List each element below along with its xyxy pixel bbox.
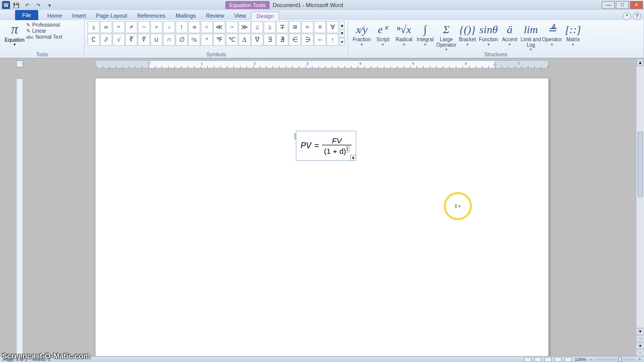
equation-content[interactable]: PV = FV (1 + d)t <box>296 131 356 160</box>
symbol-scroll-down[interactable]: ▼ <box>340 30 345 38</box>
symbol-button[interactable]: ∆ <box>238 34 251 46</box>
professional-option[interactable]: ✎Professional <box>26 22 62 28</box>
scroll-down-arrow[interactable]: ▼ <box>636 328 644 335</box>
equation-button[interactable]: π Equation ▼ <box>3 21 26 46</box>
symbol-button[interactable]: ≠ <box>125 21 137 33</box>
symbol-button[interactable]: ° <box>201 34 213 46</box>
symbol-button[interactable]: ∈ <box>289 34 301 46</box>
symbol-button[interactable]: % <box>188 34 200 46</box>
structure-function[interactable]: sinθFunction▼ <box>478 21 499 51</box>
next-page-button[interactable]: ◦ <box>636 349 644 356</box>
prev-page-button[interactable]: ◦ <box>636 335 644 342</box>
symbol-button[interactable]: ∛ <box>125 34 137 46</box>
horizontal-ruler[interactable]: ▽ △ 1234567 <box>96 60 548 68</box>
structure-limit-and-log[interactable]: limLimit and Log▼ <box>520 21 541 51</box>
browse-object-button[interactable]: ● <box>636 342 644 349</box>
equation-exponent-placeholder[interactable]: t <box>346 146 350 152</box>
symbol-button[interactable]: < <box>201 21 213 33</box>
structure-matrix[interactable]: [::]Matrix▼ <box>562 21 584 51</box>
symbol-button[interactable]: ∜ <box>138 34 150 46</box>
symbol-button[interactable]: ← <box>314 34 326 46</box>
qat-customize[interactable]: ▾ <box>44 1 54 9</box>
symbol-button[interactable]: ∄ <box>276 34 288 46</box>
symbol-button[interactable]: ± <box>88 21 100 33</box>
ruler-corner[interactable] <box>16 60 23 67</box>
vertical-ruler[interactable] <box>16 78 23 356</box>
web-layout-view[interactable] <box>544 357 551 362</box>
undo-button[interactable]: ↶ <box>22 1 32 9</box>
collapse-ribbon-icon[interactable]: ^ <box>623 12 631 20</box>
symbol-button[interactable]: ∀ <box>327 21 339 33</box>
symbol-button[interactable]: ∩ <box>163 34 175 46</box>
structure-large-operator[interactable]: ΣLarge Operator▼ <box>436 21 457 51</box>
equation-options-dropdown[interactable]: ▼ <box>350 155 356 161</box>
symbol-button[interactable]: ↑ <box>327 34 339 46</box>
print-layout-view[interactable] <box>524 357 531 362</box>
symbol-button[interactable]: ≤ <box>251 21 263 33</box>
symbol-button[interactable]: ∂ <box>100 34 112 46</box>
symbol-button[interactable]: = <box>113 21 125 33</box>
symbol-button[interactable]: ≈ <box>301 21 313 33</box>
symbol-button[interactable]: √ <box>113 34 125 46</box>
minimize-button[interactable]: — <box>602 1 615 9</box>
linear-option[interactable]: ✎Linear <box>26 28 62 34</box>
redo-button[interactable]: ↷ <box>33 1 43 9</box>
tab-references[interactable]: References <box>132 12 171 20</box>
outline-view[interactable] <box>554 357 561 362</box>
zoom-in-button[interactable]: + <box>638 357 641 362</box>
symbol-button[interactable]: ∪ <box>150 34 163 46</box>
symbol-button[interactable]: ≅ <box>289 21 301 33</box>
scroll-thumb[interactable] <box>637 132 643 197</box>
zoom-out-button[interactable]: − <box>589 357 592 362</box>
tab-home[interactable]: Home <box>42 12 67 20</box>
structure-script[interactable]: eˣScript▼ <box>372 21 393 51</box>
equation-container[interactable]: PV = FV (1 + d)t ▼ <box>296 131 356 161</box>
symbol-button[interactable]: ≥ <box>264 21 276 33</box>
symbol-button[interactable]: ! <box>176 21 188 33</box>
structure-operator[interactable]: ≜Operator▼ <box>541 21 562 51</box>
close-button[interactable]: ✕ <box>630 1 643 9</box>
symbol-button[interactable]: ÷ <box>163 21 175 33</box>
tab-file[interactable]: File <box>15 10 38 20</box>
structure-fraction[interactable]: x⁄yFraction▼ <box>351 21 372 51</box>
tab-review[interactable]: Review <box>201 12 229 20</box>
tab-design[interactable]: Design <box>251 12 279 20</box>
symbol-button[interactable]: ℉ <box>213 34 225 46</box>
symbol-button[interactable]: ∋ <box>301 34 313 46</box>
structure-bracket[interactable]: {()}Bracket▼ <box>457 21 478 51</box>
maximize-button[interactable]: □ <box>616 1 629 9</box>
zoom-slider-knob[interactable] <box>618 357 621 362</box>
tab-mailings[interactable]: Mailings <box>171 12 201 20</box>
symbol-button[interactable]: ∇ <box>251 34 263 46</box>
symbol-button[interactable]: ∃ <box>264 34 276 46</box>
symbol-button[interactable]: > <box>226 21 238 33</box>
scroll-up-arrow[interactable]: ▲ <box>636 58 644 66</box>
symbol-scroll-up[interactable]: ▲ <box>340 21 345 29</box>
symbol-button[interactable]: ≪ <box>213 21 225 33</box>
help-icon[interactable]: ? <box>633 12 641 20</box>
symbol-button[interactable]: ∓ <box>276 21 288 33</box>
structure-integral[interactable]: ∫Integral▼ <box>415 21 436 51</box>
structure-radical[interactable]: ⁿ√xRadical▼ <box>393 21 415 51</box>
tab-insert[interactable]: Insert <box>67 12 91 20</box>
symbol-button[interactable]: ∝ <box>188 21 200 33</box>
normal-text-option[interactable]: abcNormal Text <box>26 34 62 40</box>
equation-handle[interactable] <box>294 133 296 139</box>
save-button[interactable]: 💾 <box>11 1 21 9</box>
structure-accent[interactable]: äAccent▼ <box>499 21 520 51</box>
vertical-scrollbar[interactable]: ▲ ▼ ◦ ● ◦ <box>636 58 644 356</box>
symbol-button[interactable]: ≡ <box>314 21 326 33</box>
symbol-more[interactable]: ▾ <box>340 38 345 46</box>
document-page[interactable]: PV = FV (1 + d)t ▼ I≡ <box>96 78 548 362</box>
fullscreen-view[interactable] <box>534 357 541 362</box>
draft-view[interactable] <box>565 357 572 362</box>
symbol-button[interactable]: ∞ <box>100 21 112 33</box>
tab-page-layout[interactable]: Page Layout <box>91 12 132 20</box>
symbol-button[interactable]: ∁ <box>88 34 100 46</box>
symbol-button[interactable]: × <box>150 21 163 33</box>
symbol-button[interactable]: ~ <box>138 21 150 33</box>
status-zoom[interactable]: 130% <box>575 357 586 362</box>
zoom-slider[interactable] <box>595 358 635 360</box>
symbol-button[interactable]: ∅ <box>176 34 188 46</box>
symbol-button[interactable]: ℃ <box>226 34 238 46</box>
